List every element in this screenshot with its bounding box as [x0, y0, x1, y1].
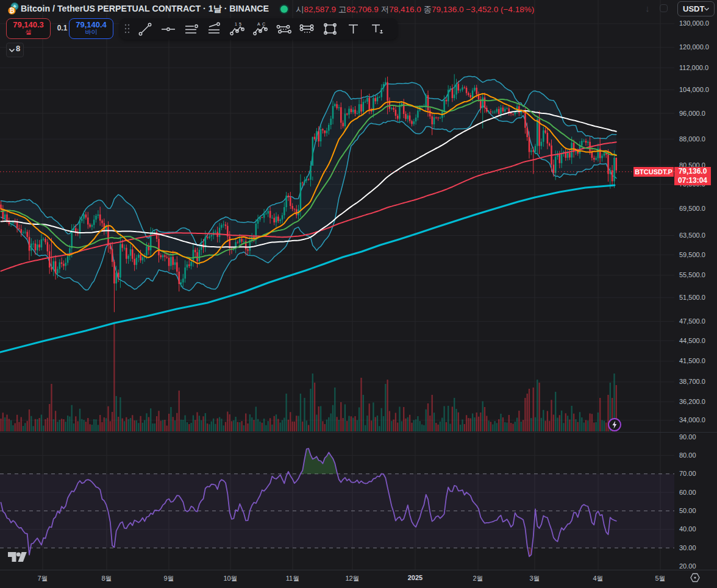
- svg-text:₿: ₿: [9, 7, 14, 14]
- svg-text:A: A: [257, 22, 260, 26]
- svg-text:C: C: [262, 22, 265, 26]
- svg-text:1: 1: [235, 22, 237, 26]
- svg-text:5: 5: [239, 22, 241, 26]
